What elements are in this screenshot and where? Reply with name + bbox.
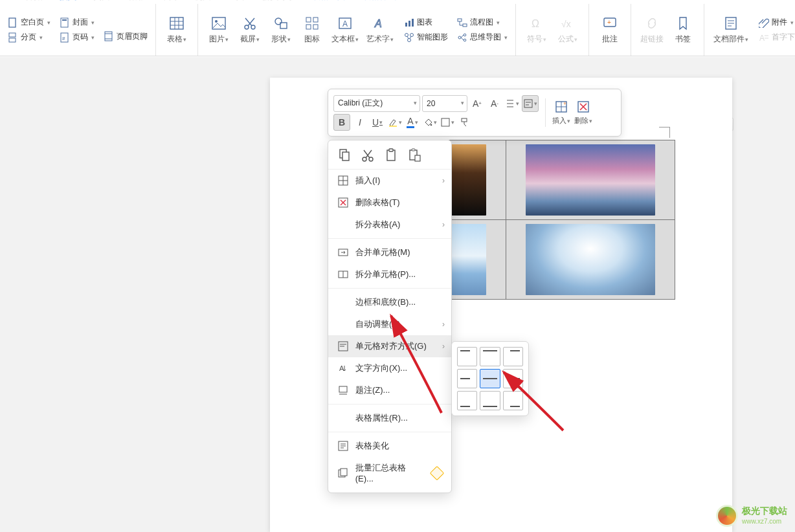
mindmap-icon: [457, 32, 467, 43]
ctx-beautify[interactable]: 表格美化: [328, 435, 451, 457]
ctx-split-cells[interactable]: 拆分单元格(P)...: [328, 263, 451, 285]
highlight-button[interactable]: ▾: [387, 115, 403, 130]
smartart-label: 智能图形: [417, 32, 448, 43]
ctx-autofit[interactable]: 自动调整(A) ›: [328, 313, 451, 335]
align-middle-right[interactable]: [503, 369, 523, 388]
wordart-button[interactable]: A 艺术字▾: [363, 13, 398, 47]
font-size-select[interactable]: 20 ▾: [422, 95, 467, 112]
comment-icon: +: [602, 16, 618, 31]
wordart-icon: A: [372, 16, 388, 31]
text-direction-icon: A: [338, 363, 348, 373]
page-number-button[interactable]: # 页码▾: [57, 30, 97, 44]
paste-icon[interactable]: [384, 148, 398, 162]
align-bottom-right[interactable]: [503, 391, 523, 410]
ctx-autofit-label: 自动调整(A): [355, 318, 400, 330]
smartart-icon: [404, 32, 414, 43]
line-spacing-button[interactable]: ▾: [504, 96, 520, 111]
align-middle-left[interactable]: [457, 369, 477, 388]
ctx-delete-table[interactable]: 删除表格(T): [328, 192, 451, 214]
svg-rect-73: [389, 149, 393, 151]
equation-label: 公式: [558, 34, 574, 43]
smartart-button[interactable]: 智能图形: [401, 30, 451, 44]
shading-button[interactable]: ▾: [422, 115, 438, 130]
svg-rect-76: [415, 155, 420, 161]
borders-button[interactable]: ▾: [440, 115, 455, 130]
page-number-label: 页码: [73, 32, 88, 43]
table-label: 表格: [167, 34, 183, 43]
ctx-cell-alignment[interactable]: 单元格对齐方式(G) ›: [328, 335, 451, 357]
mini-delete-label[interactable]: 删除: [574, 116, 588, 124]
format-painter-button[interactable]: [457, 115, 473, 130]
ctx-cell-alignment-label: 单元格对齐方式(G): [355, 340, 427, 352]
align-middle-center[interactable]: [480, 369, 500, 388]
paperclip-icon: [759, 17, 769, 28]
svg-rect-1: [9, 33, 16, 37]
textbox-label: 文本框: [331, 34, 355, 43]
comment-label: 批注: [602, 34, 618, 45]
cover-label: 封面: [73, 17, 88, 28]
icons-button[interactable]: 图标: [297, 13, 328, 47]
svg-rect-57: [389, 126, 397, 127]
svg-rect-94: [341, 469, 347, 476]
align-bottom-center[interactable]: [480, 391, 500, 410]
svg-text:+: +: [563, 100, 566, 107]
italic-button[interactable]: I: [352, 115, 368, 130]
table-image-4[interactable]: [526, 224, 655, 295]
increase-font-button[interactable]: A+: [469, 96, 485, 111]
svg-rect-21: [306, 17, 311, 22]
dropcap-button: A 首字下沉▾: [756, 30, 795, 44]
ctx-table-properties[interactable]: 表格属性(R)...: [328, 407, 451, 429]
align-top-center[interactable]: [480, 347, 500, 366]
attachment-button[interactable]: 附件▾: [756, 16, 795, 29]
ctx-split-table[interactable]: 拆分表格(A) ›: [328, 214, 451, 236]
blank-page-button[interactable]: 空白页▾: [5, 16, 53, 29]
doc-parts-button[interactable]: 文档部件▾: [710, 13, 752, 47]
cut-icon[interactable]: [361, 148, 375, 162]
ctx-borders-shading[interactable]: 边框和底纹(B)...: [328, 291, 451, 313]
svg-point-32: [410, 33, 414, 36]
mini-insert-label[interactable]: 插入: [552, 116, 566, 124]
bookmark-icon: [675, 16, 691, 31]
svg-rect-23: [306, 25, 311, 29]
page-break-button[interactable]: 分页▾: [5, 30, 53, 44]
page-break-label: 分页: [21, 32, 36, 43]
ctx-merge-cells[interactable]: 合并单元格(M): [328, 241, 451, 263]
ctx-insert[interactable]: 插入(I) ›: [328, 170, 451, 192]
cell-align-button[interactable]: ▾: [522, 95, 539, 112]
align-top-left[interactable]: [457, 347, 477, 366]
shapes-button[interactable]: 形状▾: [265, 13, 297, 47]
cover-button[interactable]: 封面▾: [57, 16, 97, 29]
paste-special-icon[interactable]: [407, 148, 421, 162]
textbox-button[interactable]: A 文本框▾: [328, 13, 363, 47]
svg-rect-10: [170, 17, 183, 29]
svg-rect-24: [313, 25, 318, 29]
mindmap-button[interactable]: 思维导图▾: [454, 30, 510, 44]
underline-button[interactable]: U▾: [370, 115, 385, 130]
copy-icon[interactable]: [337, 148, 352, 162]
ctx-caption[interactable]: 题注(Z)...: [328, 379, 451, 401]
font-color-button[interactable]: A▾: [405, 115, 420, 130]
header-footer-button[interactable]: 页眉页脚: [101, 30, 150, 43]
comment-button[interactable]: + 批注: [594, 13, 625, 47]
table-image-2[interactable]: [526, 144, 655, 216]
mini-toolbar: Calibri (正文) ▾ 20 ▾ A+ A- ▾ ▾ B I: [328, 89, 621, 137]
bookmark-button[interactable]: 书签: [667, 13, 699, 47]
align-bottom-left[interactable]: [457, 391, 477, 410]
ctx-insert-label: 插入(I): [355, 175, 380, 186]
watermark-logo-icon: [716, 505, 738, 527]
font-name-select[interactable]: Calibri (正文) ▾: [333, 95, 420, 112]
flowchart-button[interactable]: 流程图▾: [454, 16, 510, 29]
chart-button[interactable]: 图表: [401, 16, 451, 29]
align-top-right[interactable]: [503, 347, 523, 366]
screenshot-button[interactable]: 截屏▾: [234, 13, 265, 47]
svg-point-31: [405, 33, 409, 36]
ctx-batch-summary[interactable]: 批量汇总表格(E)...: [328, 457, 451, 489]
bold-button[interactable]: B: [333, 114, 350, 131]
symbol-button: Ω 符号▾: [521, 13, 552, 47]
svg-point-58: [431, 124, 432, 126]
ctx-text-direction[interactable]: A 文字方向(X)...: [328, 357, 451, 379]
picture-button[interactable]: 图片▾: [203, 13, 234, 47]
table-button[interactable]: 表格▾: [161, 13, 192, 47]
decrease-font-button[interactable]: A-: [487, 96, 502, 111]
ctx-text-direction-label: 文字方向(X)...: [355, 362, 407, 374]
